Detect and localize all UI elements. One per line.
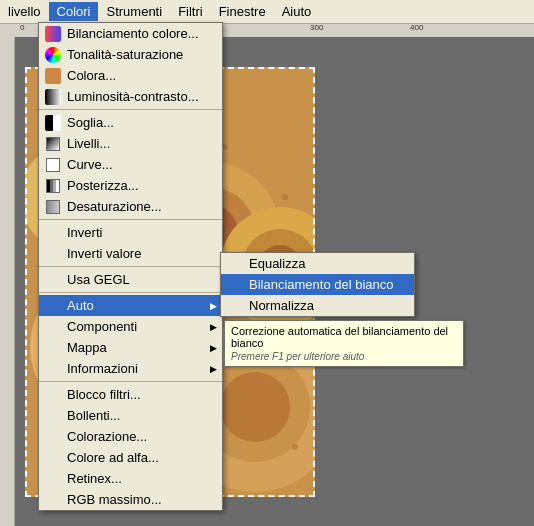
menu-item-rgb-max[interactable]: RGB massimo...	[39, 489, 222, 510]
svg-point-18	[223, 145, 228, 150]
auto-icon	[43, 298, 63, 314]
menu-item-retinex[interactable]: Retinex...	[39, 468, 222, 489]
menu-item-levels[interactable]: Livelli...	[39, 133, 222, 154]
menu-item-invert-value[interactable]: Inverti valore	[39, 243, 222, 264]
svg-point-19	[282, 194, 288, 200]
separator-3	[39, 266, 222, 267]
menu-item-mappa[interactable]: Mappa	[39, 337, 222, 358]
menu-item-invert[interactable]: Inverti	[39, 222, 222, 243]
threshold-icon	[43, 115, 63, 131]
menu-aiuto[interactable]: Aiuto	[274, 2, 320, 21]
separator-4	[39, 292, 222, 293]
mappa-icon	[43, 340, 63, 356]
menu-item-threshold[interactable]: Soglia...	[39, 112, 222, 133]
ruler-left	[0, 22, 15, 526]
informazioni-icon	[43, 361, 63, 377]
menu-item-auto[interactable]: Auto	[39, 295, 222, 316]
menubar: livello Colori Strumenti Filtri Finestre…	[0, 0, 534, 24]
brightness-icon	[43, 89, 63, 105]
menu-item-curves[interactable]: Curve...	[39, 154, 222, 175]
use-gegl-icon	[43, 272, 63, 288]
menu-colori[interactable]: Colori	[49, 2, 99, 21]
hue-sat-icon	[43, 47, 63, 63]
svg-point-23	[292, 444, 298, 450]
menu-filtri[interactable]: Filtri	[170, 2, 211, 21]
separator-5	[39, 381, 222, 382]
menu-item-colorize[interactable]: Colora...	[39, 65, 222, 86]
menu-item-posterize[interactable]: Posterizza...	[39, 175, 222, 196]
desaturate-icon	[43, 199, 63, 215]
colorize-icon	[43, 68, 63, 84]
menu-item-block-filters[interactable]: Blocco filtri...	[39, 384, 222, 405]
menu-strumenti[interactable]: Strumenti	[98, 2, 170, 21]
menu-item-components[interactable]: Componenti	[39, 316, 222, 337]
components-icon	[43, 319, 63, 335]
menu-item-color-to-alpha[interactable]: Colore ad alfa...	[39, 447, 222, 468]
submenu-item-normalizza[interactable]: Normalizza	[221, 295, 414, 316]
menu-item-desaturate[interactable]: Desaturazione...	[39, 196, 222, 217]
tooltip: Correzione automatica del bilanciamento …	[224, 320, 464, 367]
menu-item-balance[interactable]: Bilanciamento colore...	[39, 23, 222, 44]
color-balance-icon	[43, 26, 63, 42]
colori-dropdown: Bilanciamento colore... Tonalità-saturaz…	[38, 22, 223, 511]
menu-finestre[interactable]: Finestre	[211, 2, 274, 21]
separator-2	[39, 219, 222, 220]
menu-item-use-gegl[interactable]: Usa GEGL	[39, 269, 222, 290]
tooltip-text: Correzione automatica del bilanciamento …	[231, 325, 457, 349]
curves-icon	[43, 157, 63, 173]
tooltip-hint: Premere F1 per ulteriore aiuto	[231, 351, 457, 362]
posterize-icon	[43, 178, 63, 194]
menu-item-informazioni[interactable]: Informazioni	[39, 358, 222, 379]
auto-submenu: Equalizza Bilanciamento del bianco Norma…	[220, 252, 415, 317]
submenu-item-equalizza[interactable]: Equalizza	[221, 253, 414, 274]
levels-icon	[43, 136, 63, 152]
invert-value-icon	[43, 246, 63, 262]
submenu-item-white-balance[interactable]: Bilanciamento del bianco	[221, 274, 414, 295]
menu-item-bollenti[interactable]: Bollenti...	[39, 405, 222, 426]
ruler-corner	[0, 22, 15, 37]
menu-item-brightness[interactable]: Luminosità-contrasto...	[39, 86, 222, 107]
menu-item-hue[interactable]: Tonalità-saturazione	[39, 44, 222, 65]
invert-icon	[43, 225, 63, 241]
menu-livello[interactable]: livello	[0, 2, 49, 21]
separator-1	[39, 109, 222, 110]
svg-point-3	[220, 372, 290, 442]
menu-item-colorazione[interactable]: Colorazione...	[39, 426, 222, 447]
